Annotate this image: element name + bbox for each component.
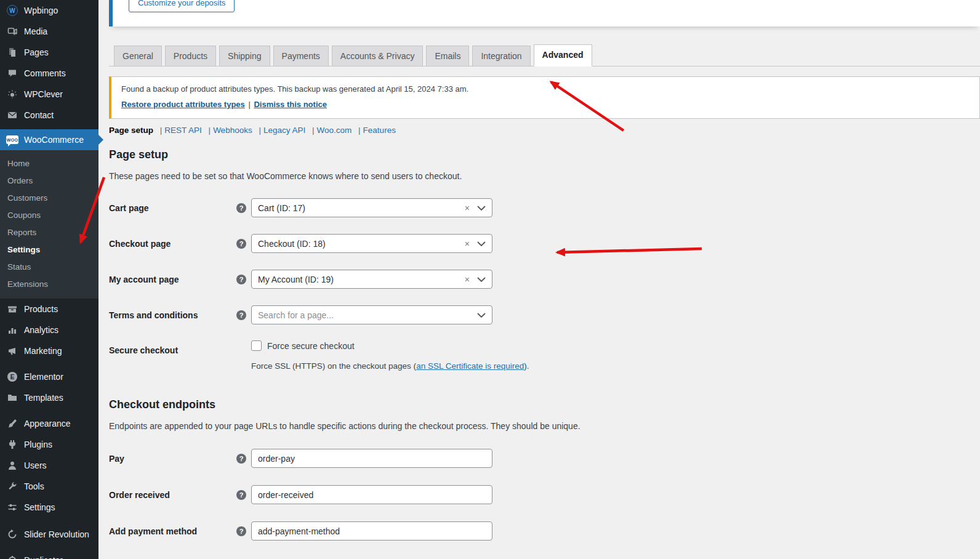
add-payment-method-endpoint-input[interactable] (251, 521, 492, 541)
order-received-endpoint-input[interactable] (251, 485, 492, 504)
sidebar-item-woocommerce[interactable]: WOO WooCommerce (0, 129, 98, 150)
help-icon[interactable]: ? (236, 239, 246, 249)
subnav-link-webhooks[interactable]: Webhooks (213, 126, 252, 135)
sidebar-item-site[interactable]: W Wpbingo (0, 0, 98, 21)
tools-wrench-icon (6, 481, 18, 492)
sidebar-item-label: Pages (24, 47, 49, 57)
elementor-icon: E (6, 371, 18, 382)
deposits-notice: Customize your deposits (109, 0, 980, 26)
pay-endpoint-input[interactable] (251, 449, 492, 468)
sidebar-item-contact[interactable]: Contact (0, 105, 98, 126)
sidebar-item-woo-status[interactable]: Status (0, 258, 98, 275)
products-icon (6, 304, 18, 315)
woocommerce-icon: WOO (6, 134, 18, 145)
sidebar-item-label: Comments (24, 68, 66, 78)
duplicator-icon (6, 555, 18, 559)
sidebar-item-marketing[interactable]: Marketing (0, 340, 98, 361)
tab-products[interactable]: Products (165, 46, 216, 66)
subnav-link-woo-com[interactable]: Woo.com (317, 126, 352, 135)
sidebar-item-pages[interactable]: Pages (0, 42, 98, 63)
sidebar-item-tools[interactable]: Tools (0, 476, 98, 497)
tab-accounts-privacy[interactable]: Accounts & Privacy (332, 46, 424, 66)
force-secure-checkout-checkbox[interactable] (251, 340, 262, 351)
add-payment-method-endpoint-row: Add payment method ? (109, 521, 492, 541)
restore-attributes-link[interactable]: Restore product attributes types (121, 100, 245, 109)
force-secure-checkout-label: Force secure checkout (267, 341, 355, 351)
page-setup-description: These pages need to be set so that WooCo… (109, 171, 462, 181)
tab-shipping[interactable]: Shipping (219, 46, 270, 66)
sidebar-item-elementor[interactable]: E Elementor (0, 366, 98, 387)
chevron-down-icon (477, 206, 486, 211)
tab-payments[interactable]: Payments (273, 46, 329, 66)
marketing-icon (6, 345, 18, 356)
ssl-certificate-link[interactable]: an SSL Certificate is required (416, 361, 524, 371)
sidebar-item-woo-extensions[interactable]: Extensions (0, 275, 98, 292)
sidebar-item-woo-orders[interactable]: Orders (0, 172, 98, 189)
pay-endpoint-row: Pay ? (109, 449, 492, 468)
backup-notice-message: Found a backup of product attributes typ… (121, 84, 970, 94)
terms-conditions-label: Terms and conditions (109, 310, 236, 320)
terms-page-select[interactable]: Search for a page... (251, 305, 492, 324)
subnav-link-features[interactable]: Features (363, 126, 396, 135)
checkout-endpoints-heading: Checkout endpoints (109, 398, 215, 411)
subnav-link-legacy-api[interactable]: Legacy API (263, 126, 305, 135)
clear-selection-icon[interactable]: × (465, 239, 470, 249)
clear-selection-icon[interactable]: × (465, 203, 470, 213)
sidebar-item-appearance[interactable]: Appearance (0, 413, 98, 434)
my-account-page-label: My account page (109, 275, 236, 284)
sidebar-item-analytics[interactable]: Analytics (0, 320, 98, 340)
comments-icon (6, 68, 18, 79)
sidebar-item-label: Wpbingo (24, 6, 58, 15)
dismiss-notice-link[interactable]: Dismiss this notice (254, 100, 326, 109)
sidebar-item-woo-settings[interactable]: Settings (0, 241, 98, 258)
sidebar-item-duplicator[interactable]: Duplicator (0, 550, 98, 559)
sidebar-item-woo-reports[interactable]: Reports (0, 223, 98, 241)
help-icon[interactable]: ? (236, 490, 246, 500)
sidebar-item-comments[interactable]: Comments (0, 63, 98, 84)
tab-emails[interactable]: Emails (426, 46, 469, 66)
templates-folder-icon (6, 392, 18, 403)
wpclever-icon (6, 89, 18, 100)
sidebar-item-plugins[interactable]: Plugins (0, 434, 98, 455)
tab-advanced[interactable]: Advanced (534, 44, 592, 66)
sidebar-item-woo-customers[interactable]: Customers (0, 189, 98, 206)
sidebar-item-label: Marketing (24, 346, 62, 356)
my-account-page-select[interactable]: My Account (ID: 19) × (251, 270, 492, 289)
sidebar-item-settings[interactable]: Settings (0, 497, 98, 518)
main-content: Customize your deposits General Products… (98, 0, 980, 559)
sidebar-item-users[interactable]: Users (0, 455, 98, 476)
tab-general[interactable]: General (114, 46, 162, 66)
subnav-link-rest-api[interactable]: REST API (164, 126, 202, 135)
sidebar-item-woo-home[interactable]: Home (0, 155, 98, 172)
sidebar-item-wpclever[interactable]: WPClever (0, 84, 98, 105)
link-separator: | (248, 100, 250, 109)
cart-page-select[interactable]: Cart (ID: 17) × (251, 198, 492, 217)
sidebar-item-label: Analytics (24, 325, 58, 335)
sidebar-item-label: Settings (24, 502, 55, 512)
users-icon (6, 460, 18, 471)
sidebar-item-products[interactable]: Products (0, 299, 98, 320)
help-icon[interactable]: ? (236, 310, 246, 320)
pages-icon (6, 47, 18, 58)
help-icon[interactable]: ? (236, 275, 246, 284)
sidebar-item-templates[interactable]: Templates (0, 387, 98, 408)
cart-page-row: Cart page ? Cart (ID: 17) × (109, 198, 492, 217)
sidebar-item-label: Slider Revolution (24, 529, 89, 539)
sidebar-item-slider-revolution[interactable]: Slider Revolution (0, 524, 98, 545)
help-icon[interactable]: ? (236, 454, 246, 464)
settings-subnav: Page setup |REST API |Webhooks |Legacy A… (109, 126, 396, 135)
help-icon[interactable]: ? (236, 526, 246, 536)
sidebar-item-label: Media (24, 26, 47, 36)
sidebar-item-label: Duplicator (24, 555, 63, 559)
settings-tab-bar: General Products Shipping Payments Accou… (109, 44, 980, 66)
tab-integration[interactable]: Integration (472, 46, 530, 66)
help-icon[interactable]: ? (236, 203, 246, 213)
clear-selection-icon[interactable]: × (465, 275, 470, 284)
sidebar-item-media[interactable]: Media (0, 21, 98, 42)
chevron-down-icon (477, 313, 486, 318)
sidebar-item-woo-coupons[interactable]: Coupons (0, 206, 98, 223)
checkout-page-select[interactable]: Checkout (ID: 18) × (251, 234, 492, 253)
active-menu-arrow (98, 134, 103, 145)
terms-conditions-row: Terms and conditions ? Search for a page… (109, 305, 492, 324)
customize-deposits-button[interactable]: Customize your deposits (129, 0, 235, 12)
